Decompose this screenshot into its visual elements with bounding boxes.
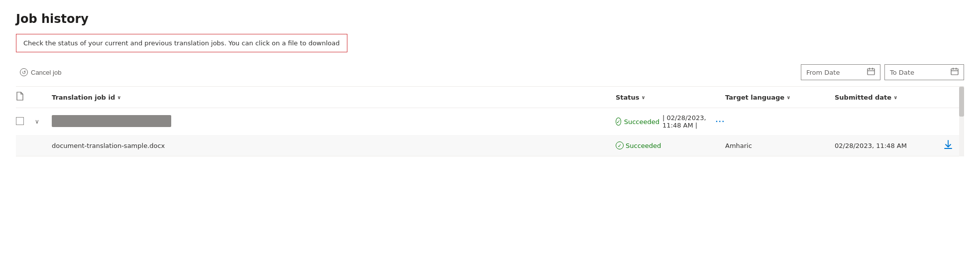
table-header: Translation job id ∨ Status ∨ Target lan…	[16, 87, 964, 108]
cancel-job-button[interactable]: ↺ Cancel job	[16, 66, 65, 78]
status-check-icon: ✓	[616, 118, 621, 126]
info-box: Check the status of your current and pre…	[16, 34, 347, 52]
expanded-file-name-cell: document-translation-sample.docx	[52, 141, 616, 149]
table-row-expanded: document-translation-sample.docx ✓ Succe…	[16, 135, 964, 156]
info-text: Check the status of your current and pre…	[23, 39, 340, 47]
row-checkbox[interactable]	[16, 117, 24, 125]
sort-job-id-icon: ∨	[117, 95, 121, 100]
cancel-icon: ↺	[20, 68, 28, 76]
page-container: Job history Check the status of your cur…	[0, 0, 980, 168]
header-job-id-label: Translation job id	[52, 94, 115, 101]
sort-status-icon: ∨	[642, 95, 646, 100]
table-row-group: ∨ ✓ Succeeded | 02/28/2023, 11:48 AM | ·…	[16, 108, 964, 156]
table-row: ∨ ✓ Succeeded | 02/28/2023, 11:48 AM | ·…	[16, 108, 964, 135]
to-date-calendar-icon	[951, 67, 959, 77]
expanded-language-cell: Amharic	[725, 142, 835, 149]
from-date-input[interactable]: From Date	[801, 64, 880, 80]
from-date-calendar-icon	[867, 67, 875, 77]
header-status-label: Status	[616, 94, 640, 101]
to-date-label: To Date	[890, 69, 914, 76]
row-job-id-cell	[52, 115, 616, 129]
file-status-check-icon: ✓	[616, 141, 624, 149]
scrollbar[interactable]	[959, 87, 964, 156]
job-id-blurred	[52, 115, 171, 127]
header-translation-job-id[interactable]: Translation job id ∨	[52, 94, 616, 101]
page-title: Job history	[16, 12, 964, 26]
table-container: Translation job id ∨ Status ∨ Target lan…	[16, 87, 964, 156]
header-submitted-date[interactable]: Submitted date ∨	[835, 94, 944, 101]
sort-target-language-icon: ∨	[786, 95, 790, 100]
to-date-input[interactable]: To Date	[884, 64, 964, 80]
header-status[interactable]: Status ∨	[616, 94, 725, 101]
more-actions-button[interactable]: ···	[716, 117, 725, 126]
download-button[interactable]	[944, 140, 952, 151]
row-status-cell: ✓ Succeeded | 02/28/2023, 11:48 AM | ···	[616, 114, 725, 129]
toolbar-right: From Date To Date	[801, 64, 964, 80]
sort-submitted-date-icon: ∨	[893, 95, 897, 100]
expanded-status: ✓ Succeeded	[616, 141, 725, 149]
svg-rect-0	[868, 69, 874, 75]
file-doc-icon	[16, 94, 24, 103]
toolbar: ↺ Cancel job From Date To Date	[16, 64, 964, 80]
header-submitted-date-label: Submitted date	[835, 94, 891, 101]
header-checkbox-spacer	[16, 92, 34, 103]
header-target-language-label: Target language	[725, 94, 784, 101]
row-expand-cell: ∨	[34, 117, 52, 126]
row-checkbox-cell	[16, 117, 34, 127]
status-succeeded-label: Succeeded	[624, 118, 659, 126]
status-date: | 02/28/2023, 11:48 AM |	[662, 114, 713, 129]
expanded-status-cell: ✓ Succeeded	[616, 141, 725, 149]
header-target-language[interactable]: Target language ∨	[725, 94, 835, 101]
file-status-label: Succeeded	[626, 142, 661, 149]
toolbar-left: ↺ Cancel job	[16, 66, 65, 78]
file-name: document-translation-sample.docx	[52, 142, 165, 149]
cancel-job-label: Cancel job	[31, 69, 61, 76]
scrollbar-thumb	[959, 87, 964, 117]
svg-rect-4	[951, 69, 958, 75]
expanded-date-cell: 02/28/2023, 11:48 AM	[835, 142, 944, 149]
status-text-row: ✓ Succeeded | 02/28/2023, 11:48 AM | ···	[616, 114, 725, 129]
from-date-label: From Date	[806, 69, 840, 76]
expand-row-button[interactable]: ∨	[34, 117, 40, 126]
